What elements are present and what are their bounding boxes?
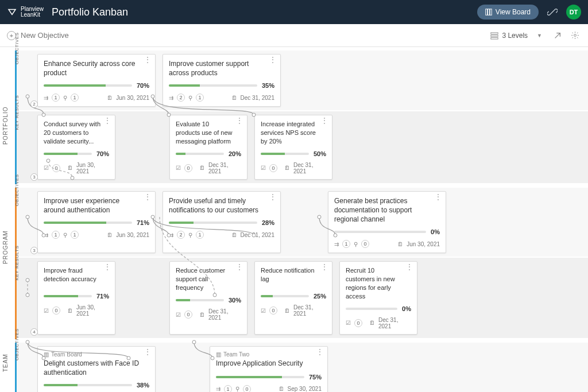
person-icon: ⚲ bbox=[63, 95, 67, 101]
objective-card[interactable]: ⋮ ▥Team Board Delight customers with Fac… bbox=[37, 346, 156, 392]
card-menu-icon[interactable]: ⋮ bbox=[103, 119, 111, 122]
card-title: Increase integrated services NPS score b… bbox=[261, 120, 326, 146]
team-board-name: Team Board bbox=[51, 351, 82, 358]
progress-bar bbox=[169, 84, 257, 87]
svg-marker-0 bbox=[9, 10, 16, 15]
objective-card[interactable]: ⋮ Improve customer support across produc… bbox=[163, 54, 281, 107]
progress-bar bbox=[176, 299, 224, 301]
page-title: Portfolio Kanban bbox=[52, 6, 128, 18]
view-board-label: View Board bbox=[496, 8, 531, 16]
card-menu-icon[interactable]: ⋮ bbox=[320, 119, 328, 122]
strategy-count: 2 bbox=[177, 94, 185, 102]
okr-board: PORTFOLIO PROGRAM TEAM OBJECTIVES 2 ⋮ En… bbox=[0, 51, 588, 392]
card-title: Recruit 10 customers in new regions for … bbox=[346, 266, 411, 300]
progress-bar bbox=[169, 222, 257, 224]
objective-card[interactable]: ⋮ Provide useful and timely notification… bbox=[163, 191, 281, 254]
person-icon: ⚲ bbox=[235, 386, 239, 392]
progress-pct: 20% bbox=[229, 150, 241, 157]
objective-card[interactable]: ⋮ ▥Team Two Improve Application Security… bbox=[210, 346, 328, 392]
card-date: Dec 31, 2021 bbox=[208, 162, 241, 174]
levels-label: 3 Levels bbox=[502, 32, 528, 40]
card-menu-icon[interactable]: ⋮ bbox=[405, 265, 413, 269]
row-label-keyresults: KEY RESULTS bbox=[14, 246, 20, 281]
objective-card[interactable]: ⋮ Improve user experience around authent… bbox=[37, 191, 156, 254]
strategy-icon: ⇉ bbox=[169, 95, 173, 101]
card-menu-icon[interactable]: ⋮ bbox=[434, 195, 442, 199]
strategy-count: 1 bbox=[52, 231, 60, 239]
card-date: Dec 31, 2021 bbox=[241, 95, 275, 101]
card-menu-icon[interactable]: ⋮ bbox=[320, 265, 328, 269]
person-icon: ⚲ bbox=[354, 241, 358, 247]
new-objective-label[interactable]: New Objective bbox=[21, 31, 69, 40]
card-menu-icon[interactable]: ⋮ bbox=[269, 195, 277, 199]
board-icon bbox=[485, 9, 492, 15]
card-title: Improve fraud detection accuracy bbox=[44, 266, 109, 288]
card-menu-icon[interactable]: ⋮ bbox=[269, 58, 277, 61]
strategy-icon: ⇉ bbox=[216, 386, 220, 392]
card-menu-icon[interactable]: ⋮ bbox=[235, 265, 243, 269]
row-count: 2 bbox=[30, 100, 38, 108]
card-title: Reduce notification lag bbox=[261, 266, 326, 288]
keyresult-card[interactable]: ⋮ Recruit 10 customers in new regions fo… bbox=[339, 261, 417, 334]
product-name-line2: LeanKit bbox=[21, 12, 44, 18]
row-label-keyresults: KEY RESULTS bbox=[14, 95, 20, 130]
strategy-count: 1 bbox=[52, 94, 60, 102]
arrow-up-right-icon[interactable] bbox=[551, 29, 564, 42]
card-date: Dec 31, 2021 bbox=[241, 232, 275, 238]
progress-pct: 35% bbox=[262, 82, 274, 89]
calendar-icon: 🗓 bbox=[199, 165, 205, 171]
strategy-icon: ⇉ bbox=[334, 241, 339, 247]
calendar-icon: 🗓 bbox=[369, 320, 375, 326]
objective-card[interactable]: ⋮ Generate best practices documentation … bbox=[328, 191, 446, 254]
keyresult-card[interactable]: ⋮ Evaluate 10 products use of new messag… bbox=[169, 115, 247, 180]
swimlane-portfolio: OBJECTIVES 2 ⋮ Enhance Security across c… bbox=[15, 51, 588, 184]
svg-rect-4 bbox=[491, 32, 498, 34]
check-count: 0 bbox=[52, 164, 60, 172]
card-menu-icon[interactable]: ⋮ bbox=[144, 195, 152, 199]
svg-rect-3 bbox=[490, 9, 492, 15]
card-date: Jun 30, 2021 bbox=[76, 162, 109, 174]
row-count: 3 bbox=[30, 247, 38, 254]
progress-pct: 38% bbox=[137, 382, 149, 389]
svg-rect-1 bbox=[486, 9, 488, 15]
view-board-button[interactable]: View Board bbox=[477, 5, 539, 20]
assignee-count: 1 bbox=[71, 94, 79, 102]
check-count: 0 bbox=[269, 164, 277, 172]
card-menu-icon[interactable]: ⋮ bbox=[144, 58, 152, 61]
levels-dropdown[interactable]: 3 Levels ▼ bbox=[486, 29, 547, 42]
card-title: Conduct survey with 20 customers to vali… bbox=[44, 120, 109, 146]
calendar-icon: 🗓 bbox=[284, 308, 290, 314]
row-label-objectives: OBJECTIVES bbox=[14, 32, 20, 64]
card-date: Sep 30, 2021 bbox=[288, 386, 322, 392]
card-title: Reduce customer support call frequency bbox=[176, 266, 241, 292]
card-menu-icon[interactable]: ⋮ bbox=[316, 350, 324, 354]
card-title: Generate best practices documentation to… bbox=[334, 196, 440, 224]
card-menu-icon[interactable]: ⋮ bbox=[235, 119, 243, 122]
objective-card[interactable]: ⋮ Enhance Security across core product 7… bbox=[37, 54, 156, 107]
card-date: Jun 30, 2021 bbox=[116, 95, 149, 101]
progress-pct: 70% bbox=[96, 150, 109, 157]
gear-icon[interactable] bbox=[568, 29, 581, 42]
card-menu-icon[interactable]: ⋮ bbox=[144, 350, 152, 354]
progress-bar bbox=[334, 231, 426, 233]
progress-pct: 71% bbox=[137, 219, 149, 226]
swimlane-program: OBJECTIVES 3 ⋮ Improve user experience a… bbox=[15, 188, 588, 339]
person-icon: ⚲ bbox=[63, 232, 67, 238]
keyresult-card[interactable]: ⋮ Reduce notification lag 25% ☑0🗓Dec 31,… bbox=[254, 261, 332, 334]
calendar-icon: 🗓 bbox=[107, 232, 113, 238]
keyresult-card[interactable]: ⋮ Reduce customer support call frequency… bbox=[169, 261, 247, 334]
row-count: 3 bbox=[30, 173, 38, 181]
svg-rect-2 bbox=[488, 9, 489, 15]
keyresult-card[interactable]: ⋮ Improve fraud detection accuracy 71% ☑… bbox=[37, 261, 115, 334]
lane-label-portfolio: PORTFOLIO bbox=[2, 106, 9, 145]
progress-pct: 25% bbox=[314, 293, 326, 300]
keyresult-card[interactable]: ⋮ Conduct survey with 20 customers to va… bbox=[37, 115, 115, 180]
calendar-icon: 🗓 bbox=[231, 232, 237, 238]
progress-pct: 30% bbox=[229, 297, 241, 304]
link-icon[interactable] bbox=[547, 6, 558, 18]
card-menu-icon[interactable]: ⋮ bbox=[103, 265, 111, 269]
user-avatar[interactable]: DT bbox=[566, 5, 581, 20]
calendar-icon: 🗓 bbox=[231, 95, 237, 101]
strategy-icon: ⇉ bbox=[44, 95, 48, 101]
keyresult-card[interactable]: ⋮ Increase integrated services NPS score… bbox=[254, 115, 332, 180]
